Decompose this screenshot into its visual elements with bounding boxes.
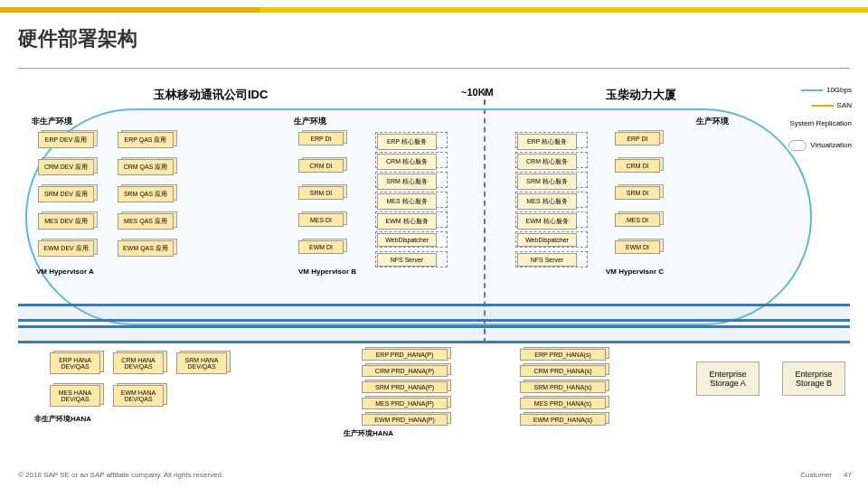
svc-box: WebDispatcher <box>375 231 448 248</box>
np-box: CRM DEV 应用 <box>38 159 94 175</box>
svc-box: WebDispatcher <box>515 231 588 248</box>
svc-box: ERP 核心服务 <box>515 132 588 148</box>
gold-bar <box>0 7 868 13</box>
phana-label: 生产环境HANA <box>344 428 393 438</box>
di-box: EWM DI <box>615 240 660 254</box>
np-box: CRM QAS 应用 <box>118 159 174 175</box>
di-box: MES DI <box>615 213 660 227</box>
di-box: ERP DI <box>615 132 660 145</box>
svc-box: NFS Server <box>515 251 588 267</box>
datacenter-a-label: 玉林移动通讯公司IDC <box>154 87 268 103</box>
prod-a-label: 生产环境 <box>294 116 326 127</box>
svc-box: SRM 核心服务 <box>375 172 448 188</box>
svc-box: MES 核心服务 <box>375 192 448 208</box>
hana-prd: SRM PRD_HANA(P) <box>362 381 448 393</box>
distance-label: ~10KM <box>461 87 494 98</box>
hana-prd: CRM PRD_HANA(P) <box>362 365 448 377</box>
np-box: MES QAS 应用 <box>118 213 174 230</box>
network-band <box>18 304 850 322</box>
copyright: © 2016 SAP SE or an SAP affiliate compan… <box>18 471 223 479</box>
page-title: 硬件部署架构 <box>18 25 137 52</box>
hypervisor-a: VM Hypervisor A <box>36 267 94 276</box>
datacenter-b-label: 玉柴动力大厦 <box>606 87 676 103</box>
svc-box: EWM 核心服务 <box>375 211 448 228</box>
svc-box: CRM 核心服务 <box>515 152 588 168</box>
hana-prd: SRM PRD_HANA(s) <box>520 381 606 393</box>
di-box: ERP DI <box>298 132 344 145</box>
legend-san: SAN <box>812 101 852 109</box>
np-box: EWM DEV 应用 <box>38 240 94 257</box>
nonprod-label: 非生产环境 <box>32 116 72 127</box>
hypervisor-b: VM Hypervisor B <box>298 267 356 276</box>
hana-prd: EWM PRD_HANA(s) <box>520 414 606 426</box>
legend-sysrep: System Replication <box>790 119 852 127</box>
np-box: EWM QAS 应用 <box>118 240 174 257</box>
hana-prd: EWM PRD_HANA(P) <box>362 414 448 426</box>
di-box: MES DI <box>298 213 344 227</box>
svc-box: NFS Server <box>375 251 448 267</box>
svc-box: CRM 核心服务 <box>375 152 448 168</box>
di-box: CRM DI <box>298 159 344 173</box>
hana-box: SRM HANA DEV/QAS <box>176 352 227 374</box>
np-box: SRM DEV 应用 <box>38 186 94 202</box>
svc-box: EWM 核心服务 <box>515 211 588 228</box>
di-box: SRM DI <box>615 186 660 200</box>
customer-label: Customer <box>800 471 832 479</box>
svc-box: MES 核心服务 <box>515 192 588 208</box>
hypervisor-c: VM Hypervisor C <box>606 267 664 276</box>
storage-b: Enterprise Storage B <box>782 361 845 396</box>
hana-prd: MES PRD_HANA(s) <box>520 398 606 409</box>
legend-10gbps: 10Gbps <box>801 86 852 94</box>
divider <box>18 68 850 69</box>
hana-box: ERP HANA DEV/QAS <box>50 352 100 374</box>
di-box: CRM DI <box>615 159 660 173</box>
di-box: SRM DI <box>298 186 344 200</box>
page-number: 47 <box>844 471 852 479</box>
hana-box: EWM HANA DEV/QAS <box>113 385 164 407</box>
hana-prd: ERP PRD_HANA(P) <box>362 349 448 361</box>
np-box: ERP DEV 应用 <box>38 132 94 148</box>
hana-box: MES HANA DEV/QAS <box>50 385 100 407</box>
prod-b-label: 生产环境 <box>696 116 729 127</box>
svc-box: SRM 核心服务 <box>515 172 588 188</box>
np-box: MES DEV 应用 <box>38 213 94 230</box>
np-box: ERP QAS 应用 <box>118 132 174 148</box>
svc-box: ERP 核心服务 <box>375 132 448 148</box>
hana-prd: CRM PRD_HANA(s) <box>520 365 606 377</box>
di-box: EWM DI <box>298 240 344 254</box>
np-box: SRM QAS 应用 <box>118 186 174 202</box>
storage-a: Enterprise Storage A <box>696 361 760 396</box>
hana-prd: MES PRD_HANA(P) <box>362 398 448 409</box>
nphana-label: 非生产环境HANA <box>34 414 91 424</box>
hana-box: CRM HANA DEV/QAS <box>113 352 164 374</box>
network-band <box>18 325 850 343</box>
legend-virt: Virtualization <box>788 140 852 151</box>
hana-prd: ERP PRD_HANA(s) <box>520 349 606 361</box>
